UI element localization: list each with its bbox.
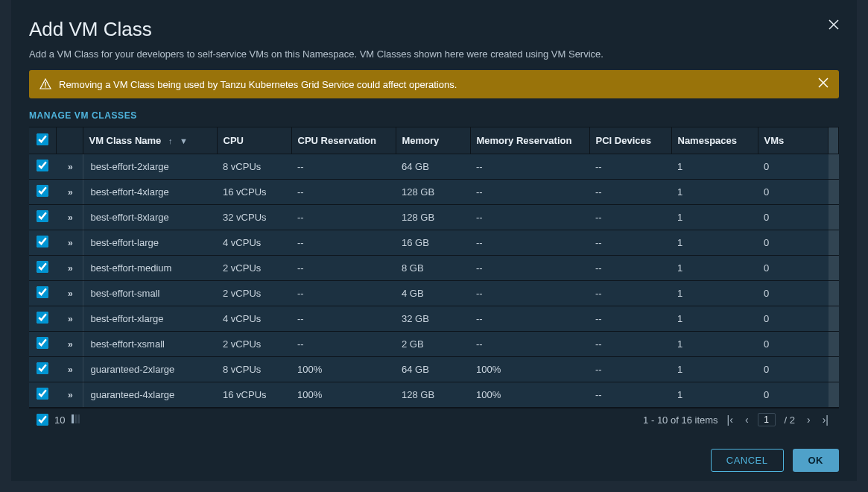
scrollbar-gutter[interactable] (829, 256, 839, 281)
cell-vms: 0 (758, 332, 829, 357)
row-checkbox[interactable] (37, 337, 48, 349)
row-checkbox[interactable] (37, 236, 48, 247)
warning-close-icon[interactable] (818, 78, 829, 91)
table-row: »best-effort-small2 vCPUs--4 GB----10 (29, 281, 839, 306)
header-name[interactable]: VM Class Name ↑ ▼ (83, 127, 217, 154)
warning-icon (39, 78, 51, 90)
cell-memory: 64 GB (396, 154, 470, 180)
row-checkbox[interactable] (37, 286, 48, 298)
scrollbar-gutter[interactable] (829, 230, 839, 256)
modal-title: Add VM Class (29, 18, 152, 41)
row-checkbox[interactable] (37, 312, 48, 324)
cell-cpu-reservation: -- (291, 154, 396, 180)
ok-button[interactable]: OK (793, 449, 840, 472)
header-memory[interactable]: Memory (396, 127, 470, 154)
scrollbar-gutter[interactable] (829, 306, 839, 332)
table-row: »best-effort-xlarge4 vCPUs--32 GB----10 (29, 306, 839, 332)
sort-asc-icon[interactable]: ↑ (168, 136, 173, 145)
header-memory-reservation[interactable]: Memory Reservation (470, 127, 589, 154)
cell-cpu-reservation: -- (291, 230, 396, 256)
cell-pci: -- (589, 230, 671, 256)
scrollbar-gutter[interactable] (829, 332, 839, 357)
cell-cpu-reservation: 100% (291, 382, 396, 408)
cell-memory-reservation: 100% (470, 382, 589, 408)
expand-row-icon[interactable]: » (68, 187, 71, 198)
cell-memory-reservation: -- (470, 180, 589, 205)
scrollbar-gutter[interactable] (829, 154, 839, 180)
row-checkbox[interactable] (37, 210, 48, 222)
expand-row-icon[interactable]: » (68, 212, 71, 223)
expand-row-icon[interactable]: » (68, 339, 71, 350)
header-cpu-reservation[interactable]: CPU Reservation (291, 127, 396, 154)
header-namespaces[interactable]: Namespaces (671, 127, 758, 154)
expand-row-icon[interactable]: » (68, 162, 71, 172)
header-checkbox-cell (29, 127, 56, 154)
cell-namespaces: 1 (671, 382, 758, 408)
header-cpu[interactable]: CPU (217, 127, 291, 154)
row-checkbox[interactable] (37, 160, 48, 171)
warning-banner: Removing a VM Class being used by Tanzu … (29, 70, 839, 98)
table-row: »best-effort-2xlarge8 vCPUs--64 GB----10 (29, 154, 839, 180)
cell-name: best-effort-medium (83, 256, 217, 281)
row-checkbox[interactable] (37, 388, 48, 400)
scrollbar-gutter[interactable] (829, 281, 839, 306)
svg-rect-2 (72, 414, 74, 423)
scrollbar-gutter[interactable] (829, 180, 839, 205)
row-checkbox[interactable] (37, 185, 48, 197)
warning-text: Removing a VM Class being used by Tanzu … (59, 79, 457, 90)
prev-page-icon[interactable]: ‹ (742, 414, 752, 426)
cell-pci: -- (589, 332, 671, 357)
expand-row-icon[interactable]: » (68, 365, 71, 375)
svg-rect-4 (77, 414, 80, 423)
manage-vm-classes-link[interactable]: MANAGE VM CLASSES (29, 110, 839, 121)
cell-cpu: 2 vCPUs (217, 256, 291, 281)
scrollbar-gutter[interactable] (829, 205, 839, 230)
close-icon[interactable] (829, 18, 839, 34)
cell-cpu: 8 vCPUs (217, 154, 291, 180)
cell-vms: 0 (758, 382, 829, 408)
first-page-icon[interactable]: |‹ (724, 414, 736, 426)
cell-cpu-reservation: 100% (291, 357, 396, 382)
cell-memory-reservation: -- (470, 332, 589, 357)
selected-count: 10 (54, 414, 65, 426)
cell-name: best-effort-8xlarge (83, 205, 217, 230)
cell-vms: 0 (758, 230, 829, 256)
filter-icon[interactable]: ▼ (180, 136, 188, 145)
expand-row-icon[interactable]: » (68, 263, 71, 274)
last-page-icon[interactable]: ›| (820, 414, 831, 426)
scrollbar-gutter[interactable] (829, 357, 839, 382)
expand-row-icon[interactable]: » (68, 314, 71, 324)
footer-select-all-checkbox[interactable] (37, 414, 48, 426)
modal-header: Add VM Class (29, 18, 839, 41)
cell-cpu: 2 vCPUs (217, 332, 291, 357)
cell-pci: -- (589, 154, 671, 180)
cell-memory-reservation: -- (470, 154, 589, 180)
expand-row-icon[interactable]: » (68, 238, 71, 248)
cancel-button[interactable]: CANCEL (711, 449, 784, 472)
cell-cpu-reservation: -- (291, 180, 396, 205)
cell-vms: 0 (758, 154, 829, 180)
cell-namespaces: 1 (671, 205, 758, 230)
cell-pci: -- (589, 382, 671, 408)
expand-row-icon[interactable]: » (68, 390, 71, 400)
pagination-range: 1 - 10 of 16 items (643, 414, 717, 426)
svg-rect-1 (45, 86, 45, 87)
next-page-icon[interactable]: › (804, 414, 814, 426)
cell-memory: 128 GB (396, 180, 470, 205)
cell-cpu-reservation: -- (291, 281, 396, 306)
column-toggle-icon[interactable] (71, 414, 81, 426)
expand-row-icon[interactable]: » (68, 288, 71, 299)
header-pci-devices[interactable]: PCI Devices (589, 127, 671, 154)
cell-memory: 64 GB (396, 357, 470, 382)
add-vm-class-modal: Add VM Class Add a VM Class for your dev… (11, 0, 857, 481)
page-number-input[interactable] (758, 413, 776, 426)
cell-memory: 16 GB (396, 230, 470, 256)
cell-cpu: 8 vCPUs (217, 357, 291, 382)
select-all-checkbox[interactable] (37, 133, 48, 145)
cell-memory-reservation: -- (470, 256, 589, 281)
scrollbar-gutter[interactable] (829, 382, 839, 408)
cell-cpu: 16 vCPUs (217, 382, 291, 408)
header-vms[interactable]: VMs (758, 127, 829, 154)
row-checkbox[interactable] (37, 362, 48, 374)
row-checkbox[interactable] (37, 261, 48, 273)
